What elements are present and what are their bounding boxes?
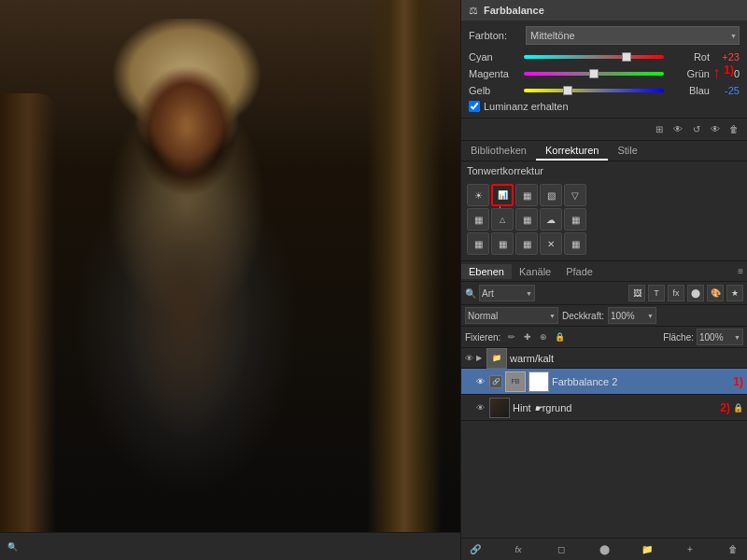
flaeche-select-wrapper[interactable]: 100% bbox=[697, 329, 743, 345]
delete-layer-icon[interactable]: 🗑 bbox=[725, 541, 741, 558]
color-lookup-icon[interactable]: ▦ bbox=[564, 208, 586, 231]
vibrance-icon[interactable]: ▽ bbox=[564, 184, 586, 206]
fx-icon[interactable]: fx bbox=[510, 541, 527, 558]
korrekturen-header: Tonwertkorrektur bbox=[467, 165, 741, 180]
gruen-label: Grün bbox=[668, 68, 710, 79]
gelb-blau-slider[interactable] bbox=[524, 84, 664, 97]
group-name: warm/kalt bbox=[510, 353, 743, 364]
tonwertkorrektur-title: Tonwertkorrektur bbox=[467, 165, 543, 176]
tab-korrekturen[interactable]: Korrekturen bbox=[536, 141, 608, 161]
layer-group-warmkalt[interactable]: 👁 ▶ 📁 warm/kalt bbox=[461, 348, 747, 369]
fb2-link-icon: 🔗 bbox=[489, 375, 502, 388]
farbbalance-header: ⚖ Farbbalance bbox=[461, 0, 747, 21]
flaeche-select[interactable]: 100% bbox=[697, 329, 743, 345]
fix-artboard-icon[interactable]: ⊕ bbox=[537, 330, 550, 343]
tree-left bbox=[0, 93, 56, 560]
layer-mode-icon[interactable]: ⬤ bbox=[687, 285, 704, 301]
delete-icon[interactable]: 🗑 bbox=[726, 122, 741, 137]
layer-type-select[interactable]: Art bbox=[479, 285, 535, 301]
new-layer-icon[interactable]: + bbox=[682, 541, 698, 558]
fb2-annotation: 1) bbox=[733, 375, 743, 388]
opacity-label: Deckkraft: bbox=[562, 311, 604, 321]
fix-move-icon[interactable]: ✚ bbox=[521, 330, 534, 343]
layer-effect-icon[interactable]: fx bbox=[668, 285, 684, 301]
levels-icon[interactable]: ▦ bbox=[515, 184, 538, 206]
layer-menu-icon[interactable]: ≡ bbox=[738, 266, 743, 276]
farbton-select-wrapper[interactable]: Tiefen Mitteltöne Lichter bbox=[526, 26, 740, 45]
filter-icon: 🔍 bbox=[465, 288, 476, 299]
gradient-icon[interactable]: △ bbox=[491, 208, 514, 231]
layer-item-farbbalance2[interactable]: 👁 🔗 FB Farbbalance 2 1) bbox=[461, 369, 747, 395]
selective-color-icon[interactable]: ▦ bbox=[515, 208, 538, 231]
curves-icon[interactable]: 📊 bbox=[491, 184, 514, 206]
blend-mode-select-wrapper[interactable]: Normal Multiplizieren Bildschirm bbox=[465, 307, 558, 324]
magenta-gruen-row: Magenta Grün 0 bbox=[469, 67, 740, 80]
pattern-icon[interactable]: ▦ bbox=[564, 232, 586, 255]
tab-bibliotheken[interactable]: Bibliotheken bbox=[461, 141, 536, 161]
layer-color-icon[interactable]: 🎨 bbox=[707, 285, 724, 301]
group-expand-icon[interactable]: ▶ bbox=[476, 354, 482, 362]
posterize-icon[interactable]: ▦ bbox=[491, 232, 514, 255]
brightness-icon[interactable]: ☀ bbox=[467, 184, 489, 206]
layer-smart-icon[interactable]: ★ bbox=[726, 285, 743, 301]
layer-tab-pfade[interactable]: Pfade bbox=[558, 264, 600, 279]
gelb-blau-thumb[interactable] bbox=[563, 86, 572, 95]
cyan-rot-row: Cyan Rot +23 bbox=[469, 50, 740, 63]
magenta-gruen-value: 0 bbox=[713, 68, 740, 79]
tabs-bar: Bibliotheken Korrekturen Stile bbox=[461, 141, 747, 161]
icon-toolbar: ⊞ 👁 ↺ 👁 🗑 bbox=[461, 119, 747, 141]
fixieren-label: Fixieren: bbox=[465, 332, 500, 343]
skin-layer bbox=[93, 56, 280, 289]
fb2-name: Farbbalance 2 bbox=[552, 376, 726, 387]
zoom-level: 🔍 bbox=[7, 542, 18, 552]
eye-icon-2[interactable]: 👁 bbox=[708, 122, 723, 137]
luminanz-row: Luminanz erhalten ↑ 1) bbox=[469, 101, 740, 112]
new-fill-icon[interactable]: ⬤ bbox=[596, 541, 613, 558]
korrekturen-row-2: ▦ △ ▦ ☁ ▦ bbox=[467, 208, 741, 231]
layer-tab-kanaele[interactable]: Kanäle bbox=[512, 264, 558, 279]
gradient-map-icon[interactable]: ✕ bbox=[540, 232, 562, 255]
threshold-icon[interactable]: ▦ bbox=[515, 232, 538, 255]
reset-icon[interactable]: ↺ bbox=[689, 122, 704, 137]
farbton-select[interactable]: Tiefen Mitteltöne Lichter bbox=[526, 26, 740, 45]
opacity-select-wrapper[interactable]: 100% bbox=[608, 307, 656, 324]
hg-eye-icon[interactable]: 👁 bbox=[476, 403, 485, 413]
fixieren-row: Fixieren: ✏ ✚ ⊕ 🔒 Fläche: 100% bbox=[461, 327, 747, 348]
layer-tabs-menu: ≡ bbox=[738, 266, 747, 276]
opacity-select[interactable]: 100% bbox=[608, 307, 656, 324]
luminanz-checkbox[interactable] bbox=[469, 101, 480, 112]
layer-list: 👁 ▶ 📁 warm/kalt 👁 🔗 FB Farbbalance 2 1) … bbox=[461, 348, 747, 538]
layer-bottom-toolbar: 🔗 fx ◻ ⬤ 📁 + 🗑 bbox=[461, 538, 747, 560]
fix-pos-icon[interactable]: ✏ bbox=[505, 330, 518, 343]
layer-item-hintergrund[interactable]: 👁 Hint ☛rgrund 2) 🔒 bbox=[461, 395, 747, 421]
layer-tab-ebenen[interactable]: Ebenen bbox=[461, 264, 512, 279]
cyan-rot-slider[interactable] bbox=[524, 50, 664, 63]
add-mask-icon[interactable]: ◻ bbox=[553, 541, 570, 558]
new-group-icon[interactable]: 📁 bbox=[639, 541, 655, 558]
eye-icon-1[interactable]: 👁 bbox=[670, 122, 685, 137]
blend-mode-select[interactable]: Normal Multiplizieren Bildschirm bbox=[465, 307, 558, 324]
link-layers-icon[interactable]: 🔗 bbox=[467, 541, 484, 558]
layer-text-icon[interactable]: T bbox=[648, 285, 665, 301]
channel-mix-icon[interactable]: ☁ bbox=[540, 208, 562, 231]
cyan-rot-thumb[interactable] bbox=[622, 52, 631, 62]
layers-grid-icon[interactable]: ⊞ bbox=[652, 122, 667, 137]
exposure-icon[interactable]: ▧ bbox=[540, 184, 562, 206]
hsl-icon[interactable]: ▦ bbox=[467, 208, 489, 231]
fix-all-icon[interactable]: 🔒 bbox=[553, 330, 566, 343]
farbton-row: Farbton: Tiefen Mitteltöne Lichter bbox=[469, 26, 740, 45]
magenta-gruen-slider[interactable] bbox=[524, 67, 664, 80]
tree-right bbox=[367, 0, 442, 560]
group-eye-icon[interactable]: 👁 bbox=[465, 354, 473, 363]
gelb-blau-row: Gelb Blau -25 bbox=[469, 84, 740, 97]
invert-icon[interactable]: ▦ bbox=[467, 232, 489, 255]
fb2-mask-thumb bbox=[529, 371, 549, 392]
layer-type-select-wrapper[interactable]: Art bbox=[479, 285, 535, 301]
magenta-gruen-thumb[interactable] bbox=[589, 69, 599, 78]
blend-mode-row: Normal Multiplizieren Bildschirm Deckkra… bbox=[461, 305, 747, 327]
gelb-blau-track bbox=[524, 89, 664, 92]
hg-annotation: 2) bbox=[720, 401, 730, 414]
layer-image-icon[interactable]: 🖼 bbox=[628, 285, 645, 301]
tab-stile[interactable]: Stile bbox=[608, 141, 646, 161]
fb2-eye-icon[interactable]: 👁 bbox=[476, 377, 485, 386]
